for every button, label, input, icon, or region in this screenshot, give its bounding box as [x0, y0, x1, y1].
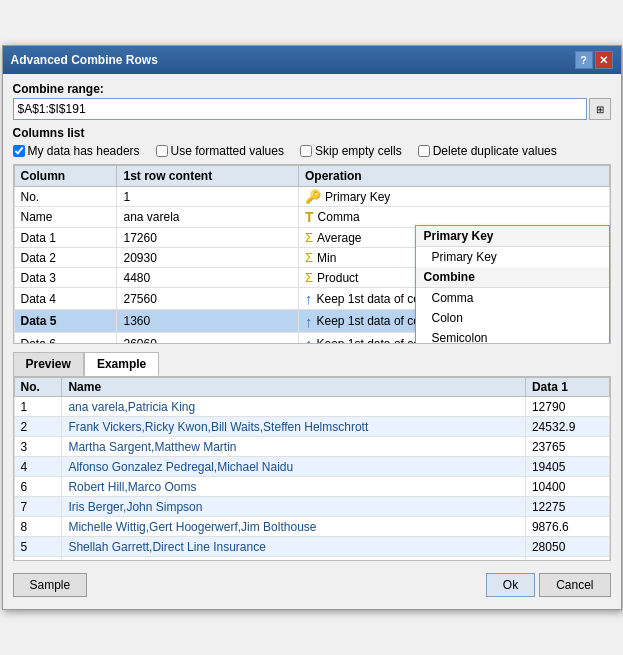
operation-cell: 🔑Primary Key — [305, 189, 603, 204]
dd-item-primarykey[interactable]: Primary Key — [416, 247, 609, 267]
list-item: 6Robert Hill,Marco Ooms10400 — [14, 477, 609, 497]
dd-item-comma[interactable]: Comma — [416, 288, 609, 308]
delete-duplicate-values-checkbox[interactable]: Delete duplicate values — [418, 144, 557, 158]
list-item: 3Martha Sargent,Matthew Martin23765 — [14, 437, 609, 457]
use-formatted-values-checkbox[interactable]: Use formatted values — [156, 144, 284, 158]
tab-preview[interactable]: Preview — [13, 352, 84, 376]
col-header-operation: Operation — [298, 166, 609, 187]
columns-table-wrapper: Column 1st row content Operation No.1🔑Pr… — [13, 164, 611, 344]
dd-item-semicolon[interactable]: Semicolon — [416, 328, 609, 344]
range-select-icon[interactable]: ⊞ — [589, 98, 611, 120]
col-header-row-content: 1st row content — [117, 166, 299, 187]
preview-col-name: Name — [62, 378, 526, 397]
col-header-column: Column — [14, 166, 117, 187]
op-icon: ↑ — [305, 290, 313, 307]
list-item: 7Iris Berger,John Simpson12275 — [14, 497, 609, 517]
op-text: Comma — [318, 210, 603, 224]
dd-section-combine: Combine — [416, 267, 609, 288]
checkboxes-row: My data has headers Use formatted values… — [13, 144, 611, 158]
list-item: 62Theodore Dimitry22800 — [14, 557, 609, 562]
preview-col-no: No. — [14, 378, 62, 397]
dialog-title: Advanced Combine Rows — [11, 53, 158, 67]
list-item: 1ana varela,Patricia King12790 — [14, 397, 609, 417]
ok-cancel-row: Ok Cancel — [486, 573, 611, 597]
combine-range-input-row: ⊞ — [13, 98, 611, 120]
tabs-row: Preview Example — [13, 352, 611, 376]
sample-button[interactable]: Sample — [13, 573, 88, 597]
operation-cell: TComma — [305, 209, 603, 225]
columns-table-header-row: Column 1st row content Operation — [14, 166, 609, 187]
skip-empty-cells-checkbox[interactable]: Skip empty cells — [300, 144, 402, 158]
bottom-bar: Sample Ok Cancel — [13, 569, 611, 601]
preview-header-row: No. Name Data 1 — [14, 378, 609, 397]
op-icon: Σ — [305, 250, 313, 265]
preview-area: No. Name Data 1 1ana varela,Patricia Kin… — [13, 376, 611, 561]
title-bar: Advanced Combine Rows ? ✕ — [3, 46, 621, 74]
preview-table-body: 1ana varela,Patricia King127902Frank Vic… — [14, 397, 609, 562]
preview-table: No. Name Data 1 1ana varela,Patricia Kin… — [14, 377, 610, 561]
list-item: 2Frank Vickers,Ricky Kwon,Bill Waits,Ste… — [14, 417, 609, 437]
operation-dropdown: Primary Key Primary Key Combine Comma Co… — [415, 225, 610, 344]
op-icon: Σ — [305, 270, 313, 285]
dd-section-primarykey: Primary Key — [416, 226, 609, 247]
combine-range-input[interactable] — [13, 98, 587, 120]
dialog-body: Combine range: ⊞ Columns list My data ha… — [3, 74, 621, 609]
list-item: 5Shellah Garrett,Direct Line Insurance28… — [14, 537, 609, 557]
cancel-button[interactable]: Cancel — [539, 573, 610, 597]
preview-col-data1: Data 1 — [525, 378, 609, 397]
combine-range-row: Combine range: ⊞ — [13, 82, 611, 120]
dialog-window: Advanced Combine Rows ? ✕ Combine range:… — [2, 45, 622, 610]
op-icon: Σ — [305, 230, 313, 245]
dd-item-colon[interactable]: Colon — [416, 308, 609, 328]
op-icon: T — [305, 209, 314, 225]
op-icon: ↑ — [305, 335, 313, 344]
list-item: 8Michelle Wittig,Gert Hoogerwerf,Jim Bol… — [14, 517, 609, 537]
op-text: Primary Key — [325, 190, 603, 204]
tab-example[interactable]: Example — [84, 352, 159, 376]
ok-button[interactable]: Ok — [486, 573, 535, 597]
columns-list-label: Columns list — [13, 126, 611, 140]
table-row[interactable]: No.1🔑Primary Key — [14, 187, 609, 207]
close-button[interactable]: ✕ — [595, 51, 613, 69]
title-bar-buttons: ? ✕ — [575, 51, 613, 69]
combine-range-label: Combine range: — [13, 82, 611, 96]
list-item: 4Alfonso Gonzalez Pedregal,Michael Naidu… — [14, 457, 609, 477]
op-icon: 🔑 — [305, 189, 321, 204]
my-data-headers-checkbox[interactable]: My data has headers — [13, 144, 140, 158]
help-button[interactable]: ? — [575, 51, 593, 69]
op-icon: ↑ — [305, 313, 313, 330]
